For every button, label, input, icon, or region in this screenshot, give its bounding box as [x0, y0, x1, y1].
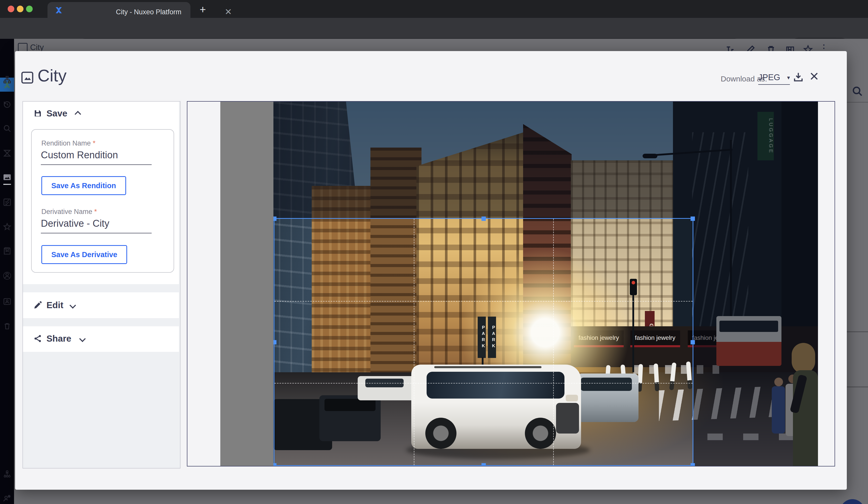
crop-handle-e[interactable] [691, 340, 695, 344]
luggage-sign: LUGGAGE [757, 112, 774, 160]
profile-icon[interactable] [3, 271, 11, 280]
picture-icon [20, 71, 34, 85]
street-lamp-head [643, 154, 658, 158]
required-asterisk: * [94, 208, 97, 216]
divider [847, 331, 868, 332]
share-section-label: Share [46, 333, 71, 344]
app-sidebar [0, 39, 14, 504]
rule-of-thirds-line [275, 383, 693, 383]
trash-icon[interactable] [3, 322, 11, 330]
input-underline [41, 164, 152, 165]
rule-of-thirds-line [275, 301, 693, 301]
photo-city-scene: LUGGAGE GIFTS fashion jewelry fashion je… [273, 102, 818, 466]
mac-close-button[interactable] [8, 6, 14, 12]
crop-handle-w[interactable] [273, 340, 277, 344]
breadcrumb: City [30, 43, 44, 52]
mac-minimize-button[interactable] [17, 6, 23, 12]
user-badge-icon[interactable] [3, 297, 11, 306]
new-tab-button[interactable]: + [200, 3, 206, 16]
download-format-value: JPEG [758, 72, 780, 82]
divider [847, 387, 868, 387]
favorites-star-icon[interactable] [3, 223, 11, 231]
cropper-viewport: LUGGAGE GIFTS fashion jewelry fashion je… [220, 102, 805, 466]
crop-selection[interactable] [274, 218, 693, 466]
chevron-down-icon [70, 302, 76, 308]
rule-of-thirds-line [414, 219, 414, 465]
search-icon [851, 85, 863, 97]
edit-section[interactable]: Edit [23, 292, 179, 318]
tasks-icon[interactable] [3, 149, 11, 157]
assets-active-indicator [3, 184, 11, 185]
browse-icon[interactable] [3, 75, 11, 84]
browser-toolbar: ← → ↻ ⌂ platform-nmm-pr-29-preview.platf… [0, 18, 868, 39]
download-icon[interactable] [793, 72, 804, 83]
edit-section-label: Edit [46, 300, 63, 310]
close-icon[interactable]: × [809, 67, 819, 85]
crop-handle-s[interactable] [482, 463, 486, 466]
nuxeo-favicon [55, 6, 63, 14]
edit-pencil-icon [33, 300, 42, 310]
browser-window: City - Nuxeo Platform ✕ + ← → ↻ ⌂ platfo… [0, 0, 868, 504]
save-as-rendition-button[interactable]: Save As Rendition [41, 176, 126, 195]
chevron-down-icon [79, 336, 85, 342]
pedestrian-woman [792, 343, 815, 373]
pedestrian [772, 386, 785, 433]
assets-icon[interactable] [3, 173, 11, 182]
crop-handle-se[interactable] [691, 463, 695, 466]
fire-truck [716, 316, 782, 366]
share-section[interactable]: Share [23, 326, 179, 352]
rendition-name-input[interactable]: Custom Rendition [41, 150, 118, 161]
save-as-derivative-button[interactable]: Save As Derivative [41, 245, 127, 264]
rule-of-thirds-line [553, 219, 554, 465]
create-fab-button[interactable] [840, 499, 865, 504]
search-icon[interactable] [3, 124, 11, 133]
chevron-down-icon: ▼ [786, 75, 791, 81]
input-underline [41, 233, 152, 233]
dialog-title: City [38, 66, 66, 85]
editor-side-panel: Save Rendition Name * Custom Rendition S… [22, 101, 180, 469]
chevron-up-icon[interactable] [74, 111, 81, 117]
required-asterisk: * [93, 140, 95, 147]
save-floppy-icon [33, 109, 42, 118]
derivative-name-label: Derivative Name * [41, 208, 97, 216]
mac-zoom-button[interactable] [26, 6, 33, 12]
image-preview-canvas: LUGGAGE GIFTS fashion jewelry fashion je… [187, 101, 835, 466]
browser-tab[interactable]: City - Nuxeo Platform ✕ [48, 2, 190, 18]
rendition-name-label: Rendition Name * [41, 140, 95, 147]
crop-handle-sw[interactable] [273, 463, 277, 466]
tab-bar: City - Nuxeo Platform ✕ + [0, 0, 868, 18]
derivative-name-input[interactable]: Derivative - City [41, 218, 109, 229]
crop-handle-nw[interactable] [273, 216, 277, 221]
recent-history-icon[interactable] [3, 100, 11, 109]
tab-title: City - Nuxeo Platform [116, 8, 182, 16]
save-section: Save Rendition Name * Custom Rendition S… [23, 102, 179, 284]
image-editor-dialog: City Download as: JPEG ▼ × Save Renditi [15, 51, 847, 490]
workflow-icon[interactable] [3, 470, 11, 479]
download-format-select[interactable]: JPEG ▼ [758, 72, 790, 85]
save-form-card: Rendition Name * Custom Rendition Save A… [31, 129, 174, 273]
save-section-label[interactable]: Save [46, 108, 68, 119]
admin-settings-icon[interactable] [3, 494, 11, 503]
divider [847, 102, 868, 103]
share-icon [33, 334, 42, 343]
document-checklist-icon[interactable] [3, 198, 11, 207]
tab-close-icon[interactable]: ✕ [225, 7, 232, 17]
crop-handle-n[interactable] [482, 216, 486, 221]
crop-handle-ne[interactable] [691, 216, 695, 221]
collections-book-icon[interactable] [3, 247, 11, 256]
